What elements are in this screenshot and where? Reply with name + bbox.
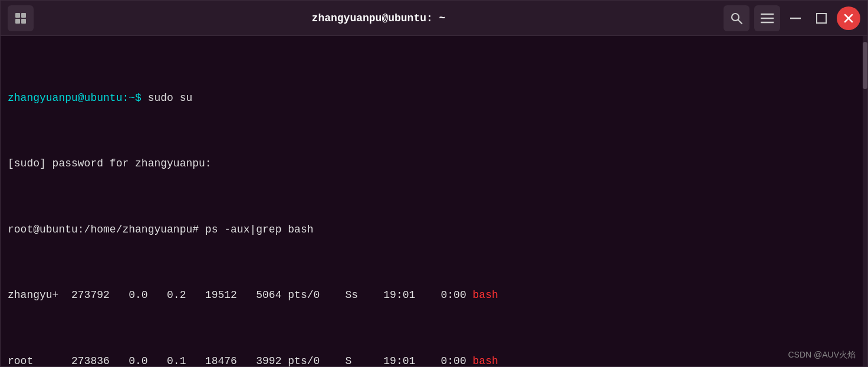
search-icon [730, 12, 743, 25]
minimize-button[interactable] [785, 8, 806, 29]
svg-rect-0 [15, 13, 20, 18]
line-5: root 273836 0.0 0.1 18476 3992 pts/0 S 1… [8, 353, 860, 366]
maximize-button[interactable] [811, 8, 832, 29]
scrollbar-thumb[interactable] [863, 42, 867, 89]
prompt-root-1: root@ubuntu:/home/zhangyuanpu# ps -aux|g… [8, 224, 313, 235]
menu-button[interactable] [754, 5, 780, 31]
svg-rect-10 [817, 14, 826, 23]
line-3: root@ubuntu:/home/zhangyuanpu# ps -aux|g… [8, 222, 860, 238]
svg-rect-2 [15, 19, 20, 24]
line-2: [sudo] password for zhangyuanpu: [8, 156, 860, 172]
terminal-output: zhangyuanpu@ubuntu:~$ sudo su [sudo] pas… [8, 41, 860, 366]
window-title: zhangyuanpu@ubuntu: ~ [34, 12, 724, 24]
line-1: zhangyuanpu@ubuntu:~$ sudo su [8, 90, 860, 107]
scrollbar[interactable] [863, 36, 867, 366]
search-button[interactable] [724, 5, 749, 31]
svg-rect-1 [21, 13, 26, 18]
line-4: zhangyu+ 273792 0.0 0.2 19512 5064 pts/0… [8, 287, 860, 304]
hamburger-icon [761, 13, 774, 24]
minimize-icon [790, 17, 801, 19]
terminal-window: zhangyuanpu@ubuntu: ~ [0, 0, 868, 367]
new-tab-button[interactable] [8, 5, 34, 31]
titlebar-left [8, 5, 34, 31]
maximize-icon [816, 13, 827, 24]
terminal-body[interactable]: zhangyuanpu@ubuntu:~$ sudo su [sudo] pas… [1, 36, 867, 366]
close-button[interactable] [837, 6, 860, 30]
svg-line-5 [738, 19, 742, 24]
close-icon [844, 14, 853, 23]
titlebar-controls [724, 5, 860, 31]
cmd-1: sudo su [142, 92, 192, 104]
prompt-1: zhangyuanpu@ubuntu:~$ [8, 92, 142, 104]
svg-rect-3 [21, 19, 26, 24]
watermark: CSDN @AUV火焰 [788, 350, 856, 361]
titlebar: zhangyuanpu@ubuntu: ~ [1, 1, 867, 36]
